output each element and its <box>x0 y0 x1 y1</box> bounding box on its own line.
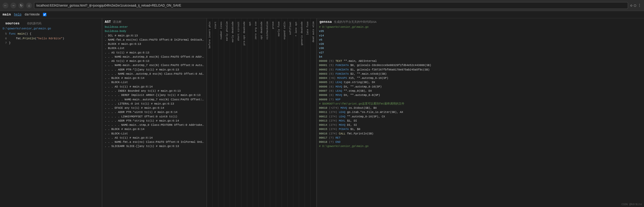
ast-line: . . . AS tc(1) # main.go:6:14 <box>105 136 204 140</box>
ast-line: . . BLOCK-List <box>105 132 204 136</box>
pass-col-14[interactable]: softfloat <box>288 18 293 207</box>
ast-title: AST <box>105 20 111 24</box>
passes-panel: before insert phisstartnumber linesearly… <box>207 18 317 207</box>
code-line-5: 5 func main() { <box>3 32 99 36</box>
ast-line: . . . NAME-main..autotmp_7 esc(N) Class:… <box>105 63 204 67</box>
sources-code: 5 func main() { 6 fmt.Println("hello Rdr… <box>0 31 102 207</box>
ast-line: . . BLOCK-List <box>105 80 204 84</box>
ast-line: . . BLOCK # main.go:6:14 <box>105 127 204 131</box>
line-number-7: 7 <box>3 41 7 46</box>
address-bar[interactable] <box>34 2 628 9</box>
ssa-instruction-2: 00002 (5) FUNCDATA $1, gclocals·f207267f… <box>319 68 642 72</box>
pass-col-1[interactable]: start <box>213 18 218 207</box>
ssa-var: v14 <box>319 34 642 38</box>
pass-label-11: prove <box>272 20 274 30</box>
genssa-body: # D:\goworks\senior_go\main.gov35v14v5v2… <box>317 24 644 207</box>
pass-col-7[interactable]: opt <box>247 18 253 207</box>
pass-col-16[interactable]: generic deadcode <box>299 18 305 207</box>
ssa-var: v20 <box>319 42 642 46</box>
genssa-header: genssa 生成的与平台无关的中间代码SSA <box>317 18 644 24</box>
browser-chrome: ← → ↻ ⌂ ◇ ◯ ⋮ <box>0 0 644 11</box>
ssa-var: v27 <box>319 51 642 55</box>
pass-col-19[interactable]: check bce <box>316 18 317 207</box>
pass-col-11[interactable]: prove <box>270 18 276 207</box>
app-title: main <box>3 13 11 17</box>
pass-col-6[interactable]: pre-opt deadcode <box>241 18 247 207</box>
pass-col-8[interactable]: zero arg cse <box>253 18 259 207</box>
pass-col-17[interactable]: late fuse <box>305 18 311 207</box>
ssa-instruction-13: 00013 (274) MOVL $1, DI <box>319 119 642 123</box>
pass-col-4[interactable]: early deadcode <box>230 18 236 207</box>
extensions-icon: ◇ <box>630 3 632 8</box>
pass-col-15[interactable]: + late opt <box>293 18 299 207</box>
pass-col-18[interactable]: dead auto elim <box>311 18 316 207</box>
pass-col-9[interactable]: opt deadcode <box>259 18 265 207</box>
ssa-instruction-3: 00003 (5) FUNCDATA $2, "".main.stkobj(SB… <box>319 72 642 76</box>
ast-line: . . . AS tc(1) # main.go:6:14 <box>105 85 204 89</box>
pass-label-13: expand calls <box>283 20 286 40</box>
ssa-instruction-11: 00011 (274) LEAQ go.itab.*os.File,io.Wri… <box>319 110 642 114</box>
ast-line: . . . . . LINKSYMOFFSET Offset:0 uint8 t… <box>105 115 204 119</box>
ast-line: . . . . ADDR PTR-*string tc(1) # main.go… <box>105 119 204 123</box>
browser-icons: ◇ ◯ ⋮ <box>630 3 641 8</box>
ast-line: . . . . INDEX Bounded any tc(1) # main.g… <box>105 89 204 93</box>
pass-col-2[interactable]: number lines <box>218 18 224 207</box>
ast-line: . . . . . DEREF Implicit ARRAY-[1]any tc… <box>105 93 204 97</box>
home-button[interactable]: ⌂ <box>26 3 32 8</box>
pass-label-2: number lines <box>220 20 223 40</box>
code-text-7: } <box>9 41 11 46</box>
pass-label-3: early phielim <box>225 20 228 42</box>
ast-line: . . . . ADDR PTR-*uint8 tc(1) # main.go:… <box>105 110 204 114</box>
pass-col-5[interactable]: short circuit <box>236 18 241 207</box>
help-link[interactable]: help <box>14 13 21 17</box>
code-text-5: func main() { <box>9 32 31 36</box>
pass-label-9: opt deadcode <box>260 20 263 40</box>
pass-label-7: opt <box>249 20 251 27</box>
ast-line: . . . . . NAME-main..stmp_0 Class:PEXTER… <box>105 123 204 127</box>
ssa-instruction-5: 00005 (6) LEAQ type.string(SB), DX <box>319 80 642 84</box>
darkmode-label: darkmode <box>25 13 40 17</box>
code-text-6: fmt.Println("hello RdrBite") <box>9 36 64 41</box>
darkmode-checkbox[interactable] <box>43 13 46 16</box>
pass-col-13[interactable]: expand calls <box>282 18 288 207</box>
pass-label-4: early deadcode <box>231 20 234 43</box>
ast-line: . . . . NAME-main..autotmp_8 esc(N) Clas… <box>105 72 204 76</box>
ast-line: . . . EFACE any tc(1) # main.go:6:14 <box>105 106 204 110</box>
pass-col-3[interactable]: early phielim <box>224 18 230 207</box>
pass-label-1: start <box>214 20 217 30</box>
pass-label-14: softfloat <box>289 20 292 36</box>
ssa-var: v5 <box>319 38 642 42</box>
ast-line: buildssa-body <box>105 29 204 33</box>
ssa-instruction-14: 00014 (274) MOVQ DI, SI <box>319 123 642 127</box>
pass-label-16: generic deadcode <box>300 20 303 46</box>
ssa-instruction-16: 00016 (274) CALL fmt.Fprintln(SB) <box>319 132 642 136</box>
ssa-instruction-18: 00018 (?) END <box>319 140 642 144</box>
ssa-instruction-9: 00009 (?) NOP <box>319 97 642 102</box>
sources-panel: sources 你的源代码 D:\goworks\senior_go\main.… <box>0 18 102 207</box>
ast-line: . BLOCK-List <box>105 46 204 50</box>
pass-col-10[interactable]: nilcheckelim <box>265 18 270 207</box>
pass-col-0[interactable]: before insert phis <box>207 18 213 207</box>
ssa-var: v35 <box>319 29 642 33</box>
ssa-block-b4: b4 <box>319 55 642 59</box>
refresh-button[interactable]: ↻ <box>18 3 24 8</box>
forward-button[interactable]: → <box>10 3 16 8</box>
ast-line: . DCL # main.go:6:13 <box>105 34 204 38</box>
ast-line: . . . NAME-fmt.a esc(no) Class:PAUTO Off… <box>105 140 204 144</box>
ssa-instruction-0: 00000 (5) TEXT "".main, ABIInternal <box>319 59 642 63</box>
ssa-var: v36 <box>319 46 642 50</box>
ssa-line: # $GOROOT\src\fmt\print.go这里可以看到fmt最终调用的… <box>319 102 642 106</box>
ast-line: . . . NAME-main..autotmp_8 esc(N) Class:… <box>105 55 204 59</box>
back-button[interactable]: ← <box>3 3 8 8</box>
profile-icon: ◯ <box>634 3 636 8</box>
ssa-instruction-8: 00008 (6) MOVQ DX, "".autotmp_8-8(SP) <box>319 93 642 97</box>
genssa-subtitle: 生成的与平台无关的中间代码SSA <box>334 20 377 24</box>
pass-label-15: + late opt <box>295 20 298 37</box>
code-line-6: 6 fmt.Println("hello RdrBite") <box>3 36 99 41</box>
pass-label-10: nilcheckelim <box>266 20 269 40</box>
ssa-line: # D:\goworks\senior_go\main.go <box>319 25 642 29</box>
pass-col-12[interactable]: early fuse <box>276 18 282 207</box>
ssa-instruction-17: 00017 (?) RET <box>319 136 642 140</box>
app-header: main help darkmode <box>0 11 644 18</box>
genssa-panel: genssa 生成的与平台无关的中间代码SSA # D:\goworks\sen… <box>317 18 644 207</box>
